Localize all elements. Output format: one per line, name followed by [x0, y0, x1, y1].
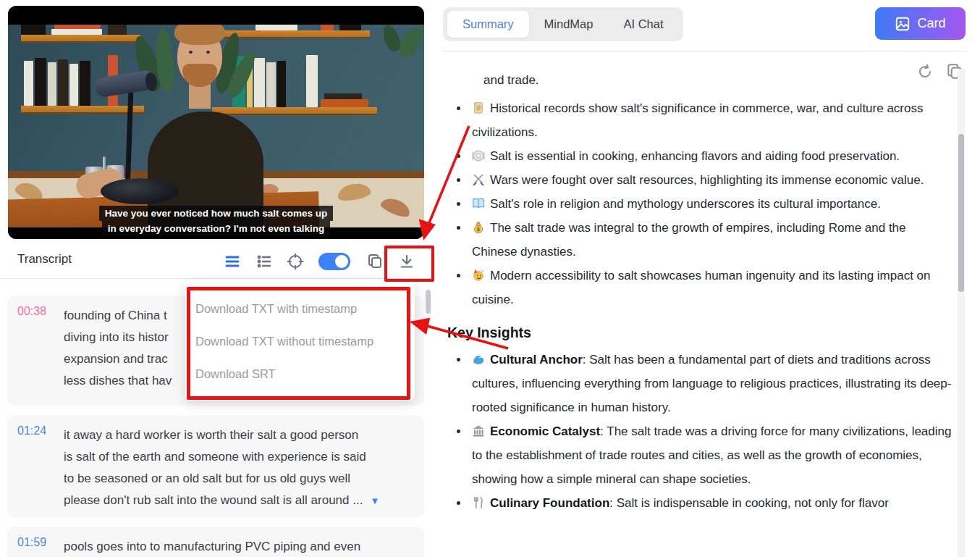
- app-root: Have you ever noticed how much salt come…: [0, 0, 980, 557]
- list-icon[interactable]: [255, 252, 274, 271]
- image-icon: [895, 16, 911, 32]
- key-insights-heading: Key Insights: [447, 322, 954, 343]
- transcript-text: founding of China t diving into its hist…: [64, 305, 172, 396]
- bookshelf-left-bottom: [21, 106, 144, 112]
- transcript-scrollbar-thumb[interactable]: [426, 290, 431, 314]
- bookshelf-right-bottom: [212, 107, 377, 114]
- key-insights-list: Cultural Anchor: Salt has been a fundame…: [447, 348, 954, 515]
- tab-summary[interactable]: Summary: [447, 11, 529, 38]
- partial-bullet-text: and trade.: [483, 75, 954, 92]
- video-captions: Have you ever noticed how much salt come…: [64, 206, 368, 236]
- timestamp[interactable]: 00:38: [17, 305, 54, 396]
- crossed-swords-icon: [472, 170, 485, 183]
- list-item: Culinary Foundation: Salt is indispensab…: [469, 491, 954, 515]
- toggle-knob: [335, 255, 348, 268]
- list-item: Modern accessibility to salt showcases h…: [469, 264, 954, 311]
- bank-icon: [472, 422, 485, 435]
- caption-line-2: in everyday conversation? I'm not even t…: [102, 221, 331, 236]
- video-player[interactable]: Have you ever noticed how much salt come…: [8, 6, 424, 239]
- transcript-text: it away a hard worker is worth their sal…: [64, 424, 379, 508]
- plate-icon: [472, 146, 485, 159]
- timestamp[interactable]: 01:24: [17, 424, 54, 508]
- letterbox-top: [8, 6, 424, 25]
- copy-transcript-icon[interactable]: [366, 252, 384, 271]
- summary-scrollbar-track[interactable]: [958, 69, 965, 557]
- list-item: $The salt trade was integral to the grow…: [469, 216, 954, 264]
- list-item: Salt's role in religion and mythology un…: [469, 192, 954, 216]
- svg-text:$: $: [476, 226, 480, 233]
- menu-icon[interactable]: [223, 252, 242, 271]
- summary-scrollbar-thumb[interactable]: [958, 134, 964, 292]
- caption-line-1: Have you ever noticed how much salt come…: [99, 206, 334, 221]
- transcript-row[interactable]: 01:59 pools goes into to manufacturing P…: [7, 527, 424, 557]
- subtitle-toggle[interactable]: [318, 253, 350, 270]
- money-bag-icon: $: [472, 218, 485, 231]
- list-item: Economic Catalyst: The salt trade was a …: [469, 419, 954, 491]
- annotation-box-download: [384, 246, 434, 282]
- target-icon[interactable]: [286, 252, 305, 271]
- card-button[interactable]: Card: [875, 7, 966, 40]
- scroll-icon: [472, 99, 485, 112]
- transcript-row[interactable]: 01:24 it away a hard worker is worth the…: [7, 415, 424, 518]
- divider: [443, 51, 966, 51]
- wave-icon: [472, 350, 485, 363]
- transcript-title: Transcript: [17, 252, 72, 267]
- annotation-box-menu: [187, 287, 410, 400]
- timestamp[interactable]: 01:59: [17, 536, 54, 557]
- party-face-icon: [472, 266, 485, 279]
- transcript-text: pools goes into to manufacturing PVC pip…: [64, 536, 360, 557]
- card-button-label: Card: [917, 16, 945, 31]
- chevron-down-icon[interactable]: ▼: [370, 495, 379, 506]
- summary-bullet-list: Historical records show salt's significa…: [447, 96, 954, 311]
- list-item: Salt is essential in cooking, enhancing …: [469, 144, 954, 168]
- bookshelf-left-top: [21, 35, 140, 41]
- tab-ai-chat[interactable]: AI Chat: [608, 11, 678, 38]
- list-item: Cultural Anchor: Salt has been a fundame…: [469, 348, 954, 419]
- cutlery-icon: [472, 493, 485, 506]
- tab-mindmap[interactable]: MindMap: [529, 11, 609, 38]
- list-item: Wars were fought over salt resources, hi…: [469, 168, 954, 192]
- tab-bar: Summary MindMap AI Chat: [443, 7, 683, 41]
- open-book-icon: [472, 194, 485, 207]
- summary-content: and trade. Historical records show salt'…: [447, 75, 954, 557]
- list-item: Historical records show salt's significa…: [469, 96, 954, 144]
